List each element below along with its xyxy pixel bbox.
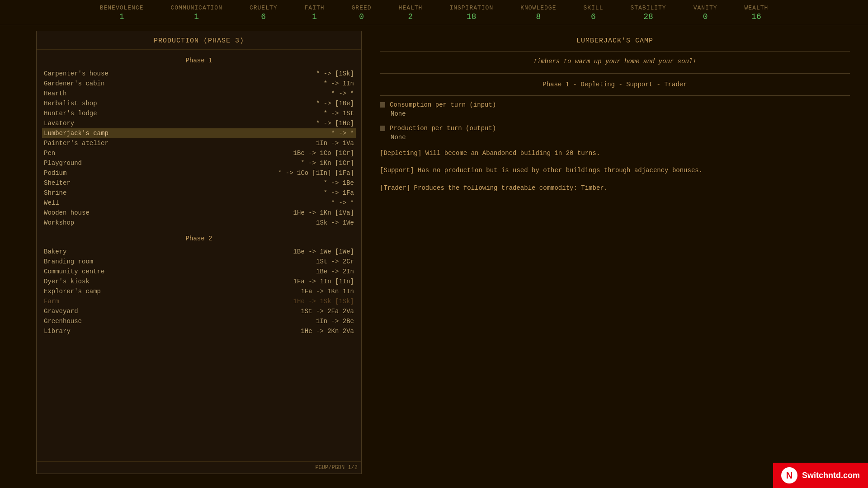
building-name: Lavatory: [44, 120, 74, 127]
building-recipe: * -> *: [331, 199, 354, 206]
nav-item-vanity[interactable]: VANITY 0: [693, 5, 717, 21]
nintendo-badge: N Switchntd.com: [773, 463, 868, 488]
building-row[interactable]: Shelter * -> 1Be: [42, 178, 356, 188]
building-name: Lumberjack's camp: [44, 130, 108, 137]
building-name: Greenhouse: [44, 318, 82, 325]
nav-value: 28: [643, 12, 653, 21]
building-row[interactable]: Library 1He -> 2Kn 2Va: [42, 326, 356, 336]
building-recipe: * -> 1Be: [324, 179, 354, 187]
production-value: None: [380, 134, 850, 145]
building-recipe: 1Fa -> 1Kn 1In: [301, 288, 354, 295]
building-row[interactable]: Wooden house 1He -> 1Kn [1Va]: [42, 208, 356, 218]
building-recipe: * -> [1Be]: [316, 100, 354, 107]
building-name: Podium: [44, 169, 66, 177]
nav-label: BENEVOLENCE: [100, 5, 144, 11]
building-row[interactable]: Shrine * -> 1Fa: [42, 188, 356, 198]
building-row[interactable]: Farm 1He -> 1Sk [1Sk]: [42, 296, 356, 306]
nav-value: 6: [591, 12, 596, 21]
left-panel-body: Phase 1Carpenter's house * -> [1Sk]Garde…: [37, 50, 361, 461]
nav-label: GREED: [352, 5, 372, 11]
nintendo-logo: N: [781, 467, 797, 483]
trader-text: [Trader] Produces the following tradeabl…: [380, 179, 850, 197]
building-row[interactable]: Graveyard 1St -> 2Fa 2Va: [42, 306, 356, 316]
building-recipe: 1Be -> 1We [1We]: [293, 248, 354, 255]
building-row[interactable]: Hearth * -> *: [42, 89, 356, 99]
building-row[interactable]: Dyer's kiosk 1Fa -> 1In [1In]: [42, 277, 356, 286]
building-recipe: 1Be -> 1Co [1Cr]: [293, 150, 354, 157]
right-subtitle: Phase 1 - Depleting - Support - Trader: [380, 75, 850, 94]
building-name: Dyer's kiosk: [44, 278, 90, 285]
nav-value: 1: [194, 12, 199, 21]
building-name: Painter's atelier: [44, 140, 108, 147]
building-recipe: 1Be -> 2In: [316, 268, 354, 275]
nav-item-greed[interactable]: GREED 0: [352, 5, 372, 21]
building-name: Hunter's lodge: [44, 110, 97, 117]
consumption-label: Consumption per turn (input): [380, 98, 850, 110]
building-name: Wooden house: [44, 209, 90, 216]
nav-item-cruelty[interactable]: CRUELTY 6: [250, 5, 278, 21]
building-row[interactable]: Lumberjack's camp * -> *: [42, 128, 356, 138]
building-name: Library: [44, 328, 71, 335]
building-recipe: 1Fa -> 1In [1In]: [293, 278, 354, 285]
building-name: Carpenter's house: [44, 70, 108, 77]
building-row[interactable]: Pen 1Be -> 1Co [1Cr]: [42, 148, 356, 158]
nav-value: 6: [261, 12, 266, 21]
building-row[interactable]: Painter's atelier 1In -> 1Va: [42, 138, 356, 148]
flavor-text: Timbers to warm up your home and your so…: [380, 53, 850, 71]
building-recipe: 1St -> 2Cr: [316, 258, 354, 265]
depleting-text: [Depleting] Will become an Abandoned bui…: [380, 145, 850, 162]
production-label: Production per turn (output): [380, 121, 850, 134]
building-row[interactable]: Bakery 1Be -> 1We [1We]: [42, 247, 356, 257]
nav-label: STABILITY: [630, 5, 666, 11]
nav-item-wealth[interactable]: WEALTH 16: [744, 5, 768, 21]
building-name: Explorer's camp: [44, 288, 101, 295]
left-panel-title: PRODUCTION (PHASE 3): [37, 31, 361, 50]
production-icon: [380, 126, 385, 131]
building-row[interactable]: Playground * -> 1Kn [1Cr]: [42, 158, 356, 168]
nav-value: 0: [703, 12, 708, 21]
building-row[interactable]: Branding room 1St -> 2Cr: [42, 257, 356, 267]
building-row[interactable]: Well * -> *: [42, 198, 356, 208]
building-row[interactable]: Hunter's lodge * -> 1St: [42, 108, 356, 118]
building-row[interactable]: Gardener's cabin * -> 1In: [42, 79, 356, 89]
nav-item-health[interactable]: HEALTH 2: [399, 5, 423, 21]
building-name: Bakery: [44, 248, 66, 255]
building-name: Well: [44, 199, 59, 206]
building-name: Gardener's cabin: [44, 80, 104, 87]
right-panel: LUMBERJACK'S CAMP Timbers to warm up you…: [380, 31, 850, 474]
building-name: Farm: [44, 298, 59, 305]
nav-item-inspiration[interactable]: INSPIRATION 18: [449, 5, 493, 21]
building-recipe: * -> 1Fa: [324, 189, 354, 197]
building-recipe: * -> *: [331, 90, 354, 97]
nav-item-communication[interactable]: COMMUNICATION 1: [171, 5, 222, 21]
building-recipe: * -> 1In: [324, 80, 354, 87]
building-row[interactable]: Carpenter's house * -> [1Sk]: [42, 69, 356, 79]
building-row[interactable]: Greenhouse 1In -> 2Be: [42, 316, 356, 326]
nav-label: KNOWLEDGE: [520, 5, 556, 11]
nav-item-benevolence[interactable]: BENEVOLENCE 1: [100, 5, 144, 21]
building-row[interactable]: Workshop 1Sk -> 1We: [42, 218, 356, 228]
main-content: PRODUCTION (PHASE 3) Phase 1Carpenter's …: [0, 25, 868, 479]
nav-item-skill[interactable]: SKILL 6: [583, 5, 603, 21]
building-row[interactable]: Lavatory * -> [1He]: [42, 118, 356, 128]
building-name: Branding room: [44, 258, 93, 265]
nav-label: WEALTH: [744, 5, 768, 11]
building-name: Community centre: [44, 268, 104, 275]
consumption-value: None: [380, 110, 850, 121]
nav-item-faith[interactable]: FAITH 1: [305, 5, 325, 21]
building-recipe: 1Sk -> 1We: [316, 219, 354, 226]
nav-item-stability[interactable]: STABILITY 28: [630, 5, 666, 21]
building-name: Herbalist shop: [44, 100, 97, 107]
divider-1: [380, 51, 850, 52]
building-name: Shrine: [44, 189, 66, 197]
building-row[interactable]: Herbalist shop * -> [1Be]: [42, 99, 356, 108]
nav-item-knowledge[interactable]: KNOWLEDGE 8: [520, 5, 556, 21]
divider-3: [380, 95, 850, 96]
divider-2: [380, 73, 850, 74]
building-name: Playground: [44, 160, 82, 167]
building-recipe: * -> [1Sk]: [316, 70, 354, 77]
building-row[interactable]: Explorer's camp 1Fa -> 1Kn 1In: [42, 286, 356, 296]
building-name: Graveyard: [44, 308, 78, 315]
building-row[interactable]: Community centre 1Be -> 2In: [42, 267, 356, 277]
building-row[interactable]: Podium * -> 1Co [1In] [1Fa]: [42, 168, 356, 178]
